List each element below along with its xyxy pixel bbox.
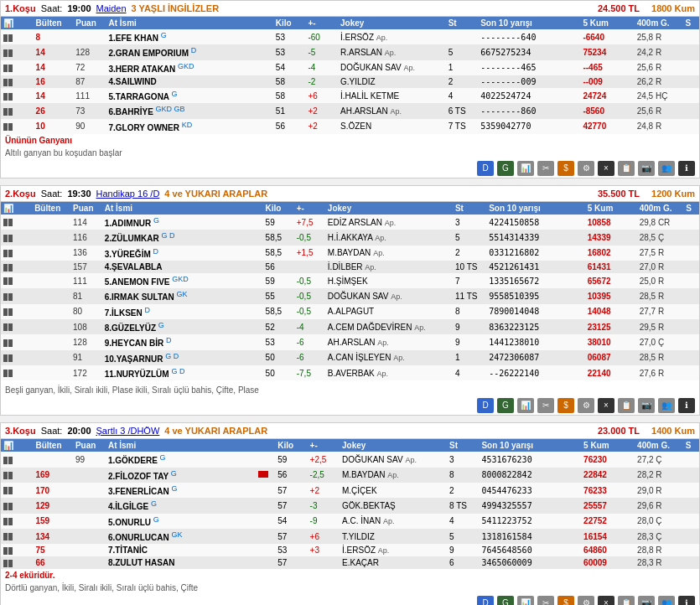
jokey-cell: EDİZ ARSLAN Ap. [325, 215, 453, 230]
G-icon[interactable]: G [497, 398, 514, 413]
kilo-cell: 58,5 [263, 304, 294, 319]
horse-name-cell[interactable]: 2.ZÜLUMKAR G D [102, 230, 247, 245]
horse-name-cell[interactable]: 1.GÖKDERE G [106, 452, 256, 467]
horse-name-cell[interactable]: 3.HERR ATAKAN GKD [106, 60, 257, 75]
photo-icon[interactable]: 📷 [638, 398, 655, 413]
settings-icon[interactable]: ⚙ [578, 398, 594, 413]
horse-name-cell[interactable]: 8.ZULUT HASAN [106, 556, 256, 569]
son10-cell: 1335165672 [486, 273, 585, 288]
settings-icon[interactable]: ⚙ [578, 161, 594, 176]
bkum-cell: -8560 [580, 103, 634, 118]
notes-icon[interactable]: 📋 [618, 161, 635, 176]
doza-cell [1, 556, 33, 569]
doza-icon: 📊 [3, 18, 13, 28]
col-header-11: 400m G. [637, 202, 684, 215]
doza-cell [1, 119, 34, 134]
bulten-cell: 10 [34, 119, 74, 134]
jokey-cell: GÖK.BEKTAŞ [340, 498, 447, 513]
col-header-10: 5 Kum [581, 439, 635, 452]
D-icon[interactable]: D [477, 398, 494, 413]
dollar-icon[interactable]: $ [557, 596, 574, 605]
scissors-icon[interactable]: ✂ [537, 398, 554, 413]
g400-cell: 25,0 R [637, 273, 684, 288]
horse-name-cell[interactable]: 6.IRMAK SULTAN GK [102, 288, 247, 303]
bar-icon [3, 49, 8, 57]
horse-name-cell[interactable]: 11.NURYÜZLÜM G D [102, 365, 247, 380]
notes-icon[interactable]: 📋 [618, 398, 635, 413]
G-icon[interactable]: G [497, 596, 514, 605]
chart-icon[interactable]: 📊 [517, 398, 534, 413]
close-icon[interactable]: × [598, 161, 614, 176]
st-cell: 1 [453, 350, 486, 365]
horse-name-cell[interactable]: 9.HEYCAN BİR D [102, 334, 247, 349]
pm-cell: +1,5 [294, 246, 325, 261]
horse-name-cell[interactable]: 7.TİTANİC [106, 544, 256, 556]
horse-name-cell[interactable]: 5.ANEMON FIVE GKD [102, 273, 247, 288]
flag-cell [247, 261, 263, 273]
race-header-3: 3.Koşu Saat: 20:00 Şartlı 3 /DHÖW 4 ve Y… [1, 423, 699, 439]
footer-ganyan-cell: Ününün Ganyanı [1, 134, 699, 147]
close-icon[interactable]: × [598, 596, 614, 605]
group-icon[interactable]: 👥 [658, 161, 675, 176]
G-icon[interactable]: G [497, 161, 514, 176]
race-location[interactable]: Maiden [96, 3, 127, 13]
horse-name-cell[interactable]: 4.SAILWIND [106, 75, 257, 88]
notes-icon[interactable]: 📋 [618, 596, 635, 605]
bar-icon [3, 339, 8, 347]
race-header-2: 2.Koşu Saat: 19:30 Handikap 16 /D 4 ve Y… [1, 186, 699, 202]
chart-icon[interactable]: 📊 [517, 596, 534, 605]
group-icon[interactable]: 👥 [658, 596, 675, 605]
table-row: 17211.NURYÜZLÜM G D50-7,5B.AVERBAK Ap.4-… [1, 365, 699, 380]
race-location[interactable]: Handikap 16 /D [96, 189, 160, 199]
horse-name-cell[interactable]: 1.EFE KHAN G [106, 29, 257, 44]
col-header-9: Son 10 yarışı [478, 17, 580, 29]
D-icon[interactable]: D [477, 161, 494, 176]
pm-cell: -5 [305, 44, 338, 59]
horse-name-cell[interactable]: 6.ONURLUCAN GK [106, 529, 256, 544]
photo-icon[interactable]: 📷 [638, 596, 655, 605]
horse-name-cell[interactable]: 6.BAHRİYE GKD GB [106, 103, 257, 118]
horse-name-cell[interactable]: 8.GÜZELYÜZ G [102, 319, 247, 334]
horse-name-cell[interactable]: 5.ONURLU G [106, 514, 256, 529]
horse-name-cell[interactable]: 4.ŞEVALABLA [102, 261, 247, 273]
horse-name-cell[interactable]: 1.ADIMNUR G [102, 215, 247, 230]
flag-cell [247, 304, 263, 319]
race-table-3: 📊BültenPuanAt İsmiKilo+-JokeyStSon 10 ya… [1, 439, 699, 605]
kilo-cell: 56 [273, 119, 306, 134]
col-header-2: Puan [73, 17, 106, 29]
scissors-icon[interactable]: ✂ [537, 596, 554, 605]
close-icon[interactable]: × [598, 398, 614, 413]
son10-cell: 4521261431 [486, 261, 585, 273]
horse-name-cell[interactable]: 7.GLORY OWNER KD [106, 119, 257, 134]
kilo-cell: 58 [273, 75, 306, 88]
bar-icon [3, 503, 8, 510]
horse-name-cell[interactable]: 3.YÜREĞİM D [102, 246, 247, 261]
flag-cell [256, 452, 275, 467]
race-time: 19:00 [67, 3, 91, 13]
horse-name-cell[interactable]: 3.FENERLİCAN G [106, 483, 256, 498]
horse-name-cell[interactable]: 5.TARRAGONA G [106, 88, 257, 103]
info-icon[interactable]: ℹ [678, 596, 695, 605]
settings-icon[interactable]: ⚙ [578, 596, 594, 605]
bulten-cell [32, 273, 70, 288]
horse-name-cell[interactable]: 10.YAŞARNUR G D [102, 350, 247, 365]
horse-name-cell[interactable]: 7.İLKSEN D [102, 304, 247, 319]
puan-cell: 81 [70, 288, 102, 303]
info-icon[interactable]: ℹ [678, 161, 695, 176]
st-cell: 6 TS [446, 103, 479, 118]
scissors-icon[interactable]: ✂ [537, 161, 554, 176]
flag-cell [257, 60, 273, 75]
horse-name-cell[interactable]: 4.İLGİLGE G [106, 498, 256, 513]
dollar-icon[interactable]: $ [557, 398, 574, 413]
col-header-12: S [683, 439, 699, 452]
race-block-3: 3.Koşu Saat: 20:00 Şartlı 3 /DHÖW 4 ve Y… [0, 422, 700, 605]
info-icon[interactable]: ℹ [678, 398, 695, 413]
dollar-icon[interactable]: $ [557, 161, 574, 176]
race-location[interactable]: Şartlı 3 /DHÖW [96, 426, 160, 436]
photo-icon[interactable]: 📷 [638, 161, 655, 176]
group-icon[interactable]: 👥 [658, 398, 675, 413]
D-icon[interactable]: D [477, 596, 494, 605]
horse-name-cell[interactable]: 2.GRAN EMPORIUM D [106, 44, 257, 59]
horse-name-cell[interactable]: 2.FİLOZOF TAY G [106, 468, 256, 483]
chart-icon[interactable]: 📊 [517, 161, 534, 176]
